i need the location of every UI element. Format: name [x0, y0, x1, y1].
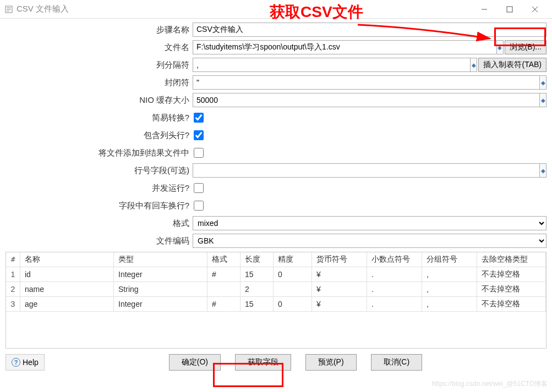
titlebar: CSV 文件输入: [0, 0, 552, 19]
label-step-name: 步骤名称: [6, 25, 193, 35]
filename-var-icon[interactable]: ◆: [497, 40, 504, 54]
col-header-length: 长度: [241, 252, 274, 267]
cell-decimal[interactable]: .: [367, 282, 422, 297]
cell-precision[interactable]: 0: [274, 297, 312, 312]
cell-type[interactable]: Integer: [114, 267, 207, 282]
cell-group[interactable]: ,: [422, 297, 477, 312]
dialog-content: 步骤名称 文件名 ◆ 浏览(B)... 列分隔符 ◆ 插入制表符(TAB) 封闭…: [0, 19, 552, 349]
col-header-format: 格式: [207, 252, 241, 267]
cell-currency[interactable]: ¥: [312, 282, 367, 297]
col-header-group: 分组符号: [422, 252, 477, 267]
buffer-input[interactable]: [193, 93, 540, 107]
cell-group[interactable]: ,: [422, 267, 477, 282]
label-header: 包含列头行?: [6, 130, 193, 141]
cell-currency[interactable]: ¥: [312, 297, 367, 312]
insert-tab-button[interactable]: 插入制表符(TAB): [478, 58, 546, 72]
parallel-checkbox[interactable]: [194, 183, 204, 193]
label-buffer: NIO 缓存大小: [6, 95, 193, 106]
col-header-decimal: 小数点符号: [367, 252, 422, 267]
app-icon: [4, 5, 13, 14]
cell-format[interactable]: [207, 282, 241, 297]
cell-num: 1: [6, 267, 20, 282]
help-label: Help: [23, 358, 39, 367]
cell-num: 2: [6, 282, 20, 297]
browse-button[interactable]: 浏览(B)...: [505, 40, 546, 54]
step-name-input[interactable]: [193, 23, 546, 37]
window-title: CSV 文件输入: [17, 4, 472, 14]
filename-input[interactable]: [193, 40, 497, 54]
cell-trim[interactable]: 不去掉空格: [477, 297, 546, 312]
cancel-button[interactable]: 取消(C): [371, 354, 422, 371]
label-filename: 文件名: [6, 42, 193, 53]
buffer-var-icon[interactable]: ◆: [540, 93, 546, 107]
cell-format[interactable]: #: [207, 267, 241, 282]
table-row[interactable]: 1idInteger#150¥.,不去掉空格: [6, 267, 546, 282]
cell-decimal[interactable]: .: [367, 267, 422, 282]
label-lazy: 简易转换?: [6, 113, 193, 123]
close-button[interactable]: [522, 1, 548, 18]
ok-button[interactable]: 确定(O): [169, 354, 221, 371]
encoding-select[interactable]: GBK: [193, 234, 546, 248]
window-controls: [472, 1, 548, 18]
col-header-trim: 去除空格类型: [477, 252, 546, 267]
col-header-num: #̂: [6, 252, 20, 267]
table-row[interactable]: 3ageInteger#150¥.,不去掉空格: [6, 297, 546, 312]
label-addresult: 将文件添加到结果文件中: [6, 148, 193, 158]
cell-type[interactable]: Integer: [114, 297, 207, 312]
cell-precision[interactable]: 0: [274, 267, 312, 282]
cell-trim[interactable]: 不去掉空格: [477, 267, 546, 282]
cell-num: 3: [6, 297, 20, 312]
help-icon: ?: [12, 358, 20, 367]
minimize-button[interactable]: [472, 1, 497, 18]
label-format: 格式: [6, 218, 193, 229]
maximize-button[interactable]: [497, 1, 522, 18]
cell-format[interactable]: #: [207, 297, 241, 312]
cell-name[interactable]: id: [20, 267, 114, 282]
get-fields-button[interactable]: 获取字段: [235, 354, 291, 371]
lazy-checkbox[interactable]: [194, 113, 204, 123]
format-select[interactable]: mixed: [193, 216, 546, 230]
label-newline: 字段中有回车换行?: [6, 201, 193, 211]
col-header-type: 类型: [114, 252, 207, 267]
cell-length[interactable]: 15: [241, 297, 274, 312]
fields-table[interactable]: #̂ 名称 类型 格式 长度 精度 货币符号 小数点符号 分组符号 去除空格类型…: [6, 252, 546, 312]
col-header-name: 名称: [20, 252, 114, 267]
label-rownum: 行号字段(可选): [6, 165, 193, 176]
preview-button[interactable]: 预览(P): [305, 354, 357, 371]
col-header-precision: 精度: [274, 252, 312, 267]
cell-length[interactable]: 2: [241, 282, 274, 297]
cell-length[interactable]: 15: [241, 267, 274, 282]
table-header-row: #̂ 名称 类型 格式 长度 精度 货币符号 小数点符号 分组符号 去除空格类型: [6, 252, 546, 267]
cell-precision[interactable]: [274, 282, 312, 297]
col-header-currency: 货币符号: [312, 252, 367, 267]
cell-type[interactable]: String: [114, 282, 207, 297]
watermark: https://blog.csdn.net/wei_@51CTO博客: [432, 379, 548, 389]
addresult-checkbox[interactable]: [194, 148, 204, 158]
button-bar: ? Help 确定(O) 获取字段 预览(P) 取消(C): [0, 349, 552, 376]
cell-group[interactable]: ,: [422, 282, 477, 297]
svg-rect-2: [507, 7, 512, 12]
enclosure-var-icon[interactable]: ◆: [540, 75, 546, 90]
rownum-var-icon[interactable]: ◆: [540, 163, 546, 178]
cell-decimal[interactable]: .: [367, 297, 422, 312]
label-encoding: 文件编码: [6, 236, 193, 246]
enclosure-input[interactable]: [193, 75, 540, 90]
help-button[interactable]: ? Help: [6, 354, 45, 371]
newline-checkbox[interactable]: [194, 201, 204, 211]
cell-name[interactable]: age: [20, 297, 114, 312]
cell-trim[interactable]: 不去掉空格: [477, 282, 546, 297]
cell-currency[interactable]: ¥: [312, 267, 367, 282]
header-checkbox[interactable]: [194, 130, 204, 140]
label-delimiter: 列分隔符: [6, 60, 193, 70]
label-enclosure: 封闭符: [6, 78, 193, 88]
delimiter-input[interactable]: [193, 58, 471, 72]
label-parallel: 并发运行?: [6, 183, 193, 194]
delimiter-var-icon[interactable]: ◆: [471, 58, 477, 72]
rownum-input[interactable]: [193, 163, 540, 178]
fields-table-container: #̂ 名称 类型 格式 长度 精度 货币符号 小数点符号 分组符号 去除空格类型…: [6, 252, 546, 349]
cell-name[interactable]: name: [20, 282, 114, 297]
table-row[interactable]: 2nameString2¥.,不去掉空格: [6, 282, 546, 297]
